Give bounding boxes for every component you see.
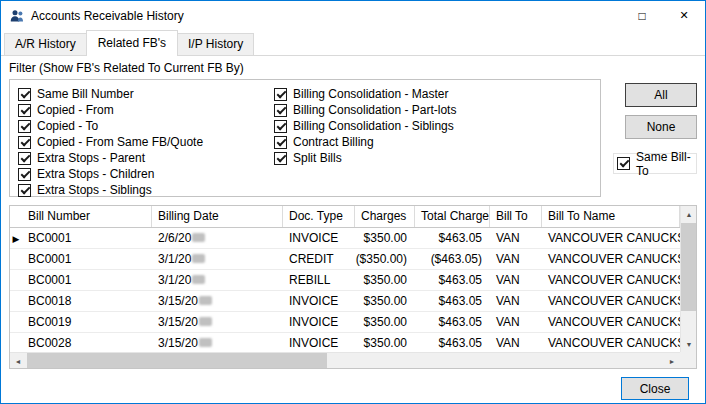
scroll-up-icon[interactable]: ▲: [681, 206, 697, 222]
cell-billing-date: 2/6/20: [152, 228, 283, 248]
table-row[interactable]: BC0001 3/1/20 CREDIT ($350.00) ($463.05)…: [10, 249, 680, 270]
redacted-date-year: [199, 317, 212, 326]
cell-doc-type: INVOICE: [283, 312, 355, 332]
checkbox-label: Billing Consolidation - Part-lots: [293, 103, 456, 117]
close-button[interactable]: Close: [621, 377, 689, 400]
tab-related-fbs[interactable]: Related FB's: [86, 30, 178, 56]
titlebar: Accounts Receivable History □ ✕: [1, 1, 705, 30]
cell-bill-to-name: VANCOUVER CANUCKS: [542, 333, 680, 353]
cell-total-charges: $463.05: [415, 270, 490, 290]
table-row[interactable]: ▶ BC0001 2/6/20 INVOICE $350.00 $463.05 …: [10, 228, 680, 249]
filter-section-label: Filter (Show FB's Related To Current FB …: [9, 58, 697, 79]
checkbox-contract-billing[interactable]: Contract Billing: [274, 134, 592, 150]
checkbox-icon: [18, 104, 31, 117]
checkbox-billing-consolidation-siblings[interactable]: Billing Consolidation - Siblings: [274, 118, 592, 134]
scroll-right-icon[interactable]: ►: [664, 353, 680, 369]
cell-bill-to-name: VANCOUVER CANUCKS: [542, 228, 680, 248]
checkbox-icon: [18, 152, 31, 165]
column-header-bill-to-name[interactable]: Bill To Name: [542, 206, 680, 227]
cell-charges: $350.00: [355, 312, 415, 332]
row-selector-cell: [10, 333, 22, 353]
filter-groupbox: Same Bill Number Copied - From Copied - …: [9, 79, 601, 197]
scroll-left-icon[interactable]: ◄: [10, 353, 26, 369]
vertical-scrollbar-thumb[interactable]: [681, 223, 696, 311]
grid-content: Bill Number Billing Date Doc. Type Charg…: [10, 206, 680, 354]
checkbox-icon: [18, 120, 31, 133]
checkbox-label: Same Bill-To: [636, 150, 696, 178]
cell-doc-type: REBILL: [283, 270, 355, 290]
row-selector-cell: [10, 270, 22, 290]
vertical-scrollbar[interactable]: ▲ ▼: [680, 206, 696, 352]
filter-row: Same Bill Number Copied - From Copied - …: [9, 79, 697, 197]
horizontal-scrollbar[interactable]: ◄ ►: [10, 352, 680, 368]
cell-charges: ($350.00): [355, 249, 415, 269]
checkbox-same-bill-number[interactable]: Same Bill Number: [18, 86, 274, 102]
cell-billing-date: 3/1/20: [152, 249, 283, 269]
row-selector-arrow-icon: ▶: [13, 234, 20, 244]
cell-billing-date: 3/15/20: [152, 312, 283, 332]
cell-doc-type: CREDIT: [283, 249, 355, 269]
window-close-icon[interactable]: ✕: [663, 2, 705, 30]
cell-bill-number: BC0028: [22, 333, 152, 353]
checkbox-label: Extra Stops - Children: [37, 167, 154, 181]
checkbox-copied-from-same-fb-quote[interactable]: Copied - From Same FB/Quote: [18, 134, 274, 150]
tab-ip-history[interactable]: I/P History: [177, 33, 254, 55]
all-button[interactable]: All: [625, 83, 697, 107]
checkbox-extra-stops-siblings[interactable]: Extra Stops - Siblings: [18, 182, 274, 198]
cell-bill-to: VAN: [490, 333, 542, 353]
table-row[interactable]: BC0028 3/15/20 INVOICE $350.00 $463.05 V…: [10, 333, 680, 354]
column-header-bill-to[interactable]: Bill To: [490, 206, 542, 227]
none-button[interactable]: None: [625, 115, 697, 139]
table-row[interactable]: BC0019 3/15/20 INVOICE $350.00 $463.05 V…: [10, 312, 680, 333]
cell-total-charges: $463.05: [415, 312, 490, 332]
cell-total-charges: $463.05: [415, 228, 490, 248]
table-row[interactable]: BC0001 3/1/20 REBILL $350.00 $463.05 VAN…: [10, 270, 680, 291]
row-selector-cell: [10, 312, 22, 332]
accounts-receivable-history-window: Accounts Receivable History □ ✕ A/R Hist…: [0, 0, 706, 404]
cell-bill-number: BC0018: [22, 291, 152, 311]
people-icon: [9, 8, 25, 24]
cell-total-charges: ($463.05): [415, 249, 490, 269]
table-row[interactable]: BC0018 3/15/20 INVOICE $350.00 $463.05 V…: [10, 291, 680, 312]
column-header-bill-number[interactable]: Bill Number: [22, 206, 152, 227]
cell-doc-type: INVOICE: [283, 291, 355, 311]
cell-doc-type: INVOICE: [283, 228, 355, 248]
cell-billing-date: 3/15/20: [152, 333, 283, 353]
column-header-total-charges[interactable]: Total Charges: [415, 206, 490, 227]
window-title: Accounts Receivable History: [31, 9, 621, 23]
scrollbar-corner: [680, 352, 696, 368]
checkbox-icon: [18, 88, 31, 101]
checkbox-split-bills[interactable]: Split Bills: [274, 150, 592, 166]
checkbox-label: Contract Billing: [293, 135, 374, 149]
maximize-icon[interactable]: □: [621, 2, 663, 30]
cell-charges: $350.00: [355, 333, 415, 353]
row-selector-cell: [10, 249, 22, 269]
tab-ar-history[interactable]: A/R History: [4, 33, 87, 55]
filter-side-panel: All None Same Bill-To: [613, 79, 697, 197]
cell-charges: $350.00: [355, 291, 415, 311]
checkbox-copied-to[interactable]: Copied - To: [18, 118, 274, 134]
redacted-date-year: [192, 233, 205, 242]
checkbox-icon: [18, 184, 31, 197]
scroll-down-icon[interactable]: ▼: [681, 336, 697, 352]
checkbox-label: Split Bills: [293, 151, 342, 165]
dialog-footer: Close: [9, 369, 697, 400]
column-header-doc-type[interactable]: Doc. Type: [283, 206, 355, 227]
column-header-charges[interactable]: Charges: [355, 206, 415, 227]
column-header-billing-date[interactable]: Billing Date: [152, 206, 283, 227]
checkbox-same-bill-to[interactable]: Same Bill-To: [613, 153, 697, 174]
checkbox-copied-from[interactable]: Copied - From: [18, 102, 274, 118]
checkbox-billing-consolidation-master[interactable]: Billing Consolidation - Master: [274, 86, 592, 102]
checkbox-billing-consolidation-part-lots[interactable]: Billing Consolidation - Part-lots: [274, 102, 592, 118]
checkbox-extra-stops-children[interactable]: Extra Stops - Children: [18, 166, 274, 182]
checkbox-extra-stops-parent[interactable]: Extra Stops - Parent: [18, 150, 274, 166]
grid-header-row: Bill Number Billing Date Doc. Type Charg…: [10, 206, 680, 228]
tab-strip: A/R History Related FB's I/P History: [1, 30, 705, 56]
cell-bill-to: VAN: [490, 249, 542, 269]
cell-total-charges: $463.05: [415, 333, 490, 353]
checkbox-icon: [274, 152, 287, 165]
horizontal-scrollbar-thumb[interactable]: [27, 353, 327, 368]
checkbox-label: Copied - From Same FB/Quote: [37, 135, 203, 149]
row-selector-cell: ▶: [10, 228, 22, 248]
cell-bill-to: VAN: [490, 312, 542, 332]
